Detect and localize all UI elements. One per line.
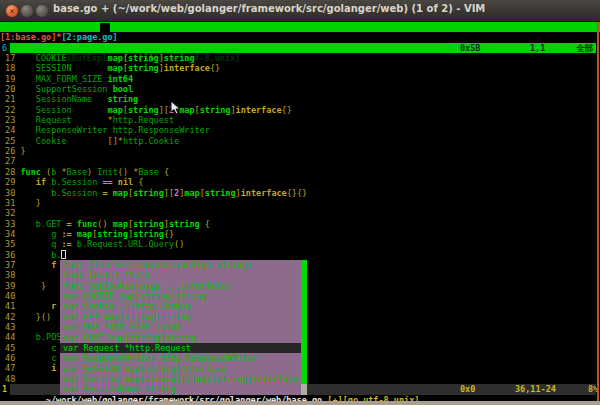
completion-item[interactable]: var GET map[string]string bbox=[60, 312, 301, 322]
mbe-scroll-percent: 全部 bbox=[576, 43, 593, 53]
mbe-statusline: 6 -MiniBufExplorer- [-][none,utf-8,unix]… bbox=[0, 43, 600, 53]
code-line[interactable]: 29 if b.Session == nil { bbox=[0, 177, 600, 187]
code-line[interactable]: 18 SESSION map[string]interface{} bbox=[0, 63, 600, 73]
completion-item[interactable]: var COOKIE map[string]string bbox=[60, 291, 301, 301]
window-right-border bbox=[597, 22, 599, 401]
completion-item[interactable]: var Session map[string][2]map[string]int… bbox=[60, 374, 301, 384]
completion-item[interactable]: var POST map[string]string bbox=[60, 333, 301, 343]
code-line[interactable]: 20 SupportSession bool bbox=[0, 84, 600, 94]
code-line[interactable]: 27 bbox=[0, 156, 600, 166]
mouse-pointer-icon bbox=[170, 100, 182, 118]
code-line[interactable]: 17 COOKIE map[string]string bbox=[0, 53, 600, 63]
code-line[interactable]: 32 bbox=[0, 208, 600, 218]
cursor-position: 36,11-24 bbox=[515, 384, 556, 394]
popup-scrollbar-thumb[interactable] bbox=[301, 260, 307, 384]
buffer-list: [1:base.go]*[2:page.go] bbox=[0, 32, 600, 42]
vim-window: × base.go + (~/work/web/golanger/framewo… bbox=[0, 0, 600, 405]
window-titlebar: × base.go + (~/work/web/golanger/framewo… bbox=[0, 0, 600, 22]
minimize-button[interactable] bbox=[21, 5, 33, 17]
code-line[interactable]: 33 b.GET = func() map[string]string { bbox=[0, 219, 600, 229]
code-line[interactable]: 21 SessionName string bbox=[0, 94, 600, 104]
code-line[interactable]: 22 Session map[string][2]map[string]inte… bbox=[0, 105, 600, 115]
completion-item[interactable]: var SessionName string bbox=[60, 384, 301, 394]
completion-item[interactable]: var Cookie []*http.Cookie bbox=[60, 301, 301, 311]
text-cursor bbox=[61, 250, 66, 259]
code-line[interactable]: 23 Request *http.Request bbox=[0, 115, 600, 125]
popup-scrollbar[interactable] bbox=[301, 260, 307, 395]
close-button[interactable]: × bbox=[6, 5, 18, 17]
code-line[interactable]: 26 } bbox=[0, 146, 600, 156]
completion-popup: func ClearSession(sessionSign string)fun… bbox=[60, 260, 307, 395]
minibufexplorer-topline[interactable]: 2+ base.go bbox=[0, 22, 600, 32]
mbe-cursor-block bbox=[100, 23, 110, 33]
mbe-buffer-number: 6 bbox=[2, 43, 7, 53]
completion-item[interactable]: var MAX_FORM_SIZE int64 bbox=[60, 322, 301, 332]
code-line[interactable]: 24 ResponseWriter http.ResponseWriter bbox=[0, 125, 600, 135]
completion-item[interactable]: var SESSION map[string]interface bbox=[60, 364, 301, 374]
completion-items: func ClearSession(sessionSign string)fun… bbox=[60, 260, 307, 394]
buffer-entry-current[interactable]: [1:base.go]* bbox=[0, 32, 61, 42]
mbe-hex-value: 0x5B bbox=[460, 43, 480, 53]
code-line[interactable]: 28 func (b *Base) Init() *Base { bbox=[0, 167, 600, 177]
code-line[interactable]: 34 g := map[string]string{} bbox=[0, 229, 600, 239]
hex-value: 0x0 bbox=[460, 384, 475, 394]
code-line[interactable]: 30 b.Session = map[string][2]map[string]… bbox=[0, 188, 600, 198]
window-bottom-edge[interactable] bbox=[0, 401, 600, 405]
window-title: base.go + (~/work/web/golanger/framework… bbox=[53, 4, 485, 14]
completion-item[interactable]: func Init() *Base bbox=[60, 270, 301, 280]
main-buffer-number: 1 bbox=[2, 384, 7, 394]
completion-item-selected[interactable]: var Request *http.Request bbox=[60, 343, 301, 353]
completion-item[interactable]: func ClearSession(sessionSign string) bbox=[60, 260, 301, 270]
buffer-entry[interactable]: [2:page.go] bbox=[61, 32, 117, 42]
code-line[interactable]: 19 MAX_FORM_SIZE int64 bbox=[0, 74, 600, 84]
completion-item[interactable]: func SetCookie(args ...interface) bbox=[60, 281, 301, 291]
code-line[interactable]: 35 q := b.Request.URL.Query() bbox=[0, 239, 600, 249]
mbe-cursor-pos: 1,1 bbox=[530, 43, 545, 53]
code-line[interactable]: 31 } bbox=[0, 198, 600, 208]
code-line[interactable]: 25 Cookie []*http.Cookie bbox=[0, 136, 600, 146]
code-line[interactable]: 36 b. bbox=[0, 250, 600, 260]
completion-item[interactable]: var ResponseWriter http.ResponseWriter bbox=[60, 353, 301, 363]
maximize-button[interactable] bbox=[36, 5, 48, 17]
